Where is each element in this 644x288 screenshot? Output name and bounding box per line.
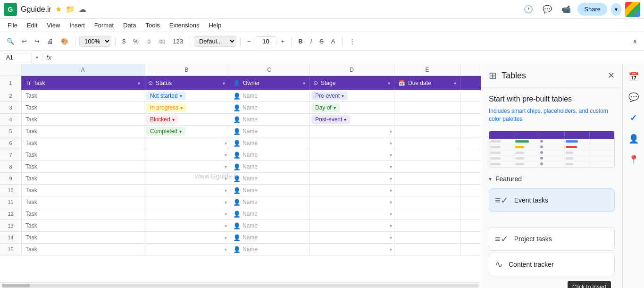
owner-cell-10[interactable]: 👤Name [229, 208, 309, 220]
stage-dropdown-caret-5[interactable]: ▾ [390, 152, 392, 158]
task-th-caret[interactable]: ▾ [138, 81, 140, 86]
menu-file[interactable]: File [4, 21, 21, 30]
col-header-e[interactable]: E [394, 64, 460, 76]
stage-dropdown-caret-7[interactable]: ▾ [390, 176, 392, 181]
status-dropdown-caret-11[interactable]: ▾ [225, 223, 227, 229]
status-dropdown-caret-6[interactable]: ▾ [225, 164, 227, 169]
table-row[interactable]: 6Task▾👤Name▾ [0, 137, 481, 149]
due-cell-8[interactable] [394, 185, 460, 196]
stage-cell-11[interactable]: ▾ [309, 220, 394, 231]
due-cell-11[interactable] [394, 220, 460, 231]
strikethrough-btn[interactable]: S [317, 36, 326, 47]
italic-btn[interactable]: I [308, 36, 315, 47]
due-cell-2[interactable] [394, 114, 460, 125]
font-size-input[interactable]: 10 [256, 36, 276, 46]
stage-cell-8[interactable]: ▾ [309, 185, 394, 196]
font-size-dec-btn[interactable]: − [244, 36, 254, 47]
status-cell-11[interactable]: ▾ [144, 220, 229, 231]
stage-dropdown-caret-6[interactable]: ▾ [390, 164, 392, 169]
owner-cell-1[interactable]: 👤Name [229, 102, 309, 113]
featured-item-event-tasks[interactable]: ≡✓ Event tasks [489, 188, 615, 212]
menu-tools[interactable]: Tools [142, 21, 163, 30]
sidebar-chat-icon[interactable]: 💬 [625, 89, 642, 106]
cloud-icon[interactable]: ☁ [79, 5, 86, 14]
sidebar-check-icon[interactable]: ✓ [625, 110, 642, 127]
status-cell-8[interactable]: ▾ [144, 185, 229, 196]
status-cell-6[interactable]: ▾ [144, 161, 229, 172]
menu-insert[interactable]: Insert [66, 21, 89, 30]
collapse-toolbar-btn[interactable]: ∧ [630, 36, 640, 47]
status-dropdown-caret-9[interactable]: ▾ [225, 200, 227, 205]
horizontal-scrollbar[interactable] [0, 282, 481, 288]
panel-close-button[interactable]: ✕ [608, 70, 615, 81]
stage-cell-5[interactable]: ▾ [309, 149, 394, 161]
task-cell-4[interactable]: Task [22, 137, 144, 149]
status-dropdown-caret-13[interactable]: ▾ [225, 247, 227, 252]
col-header-a[interactable]: A [22, 64, 144, 76]
task-cell-8[interactable]: Task [22, 185, 144, 196]
owner-cell-13[interactable]: 👤Name [229, 244, 309, 255]
owner-th-caret[interactable]: ▾ [303, 81, 305, 86]
format-number-btn[interactable]: 123 [170, 36, 186, 47]
task-cell-11[interactable]: Task [22, 220, 144, 231]
task-cell-1[interactable]: Task [22, 102, 144, 113]
scroll-thumb[interactable] [2, 284, 30, 288]
owner-cell-2[interactable]: 👤Name [229, 114, 309, 125]
table-row[interactable]: 12Task▾👤Name▾ [0, 208, 481, 220]
formula-caret-icon[interactable]: ▾ [36, 55, 38, 60]
menu-data[interactable]: Data [119, 21, 140, 30]
stage-cell-9[interactable]: ▾ [309, 196, 394, 208]
stage-dropdown-caret-10[interactable]: ▾ [390, 212, 392, 217]
task-cell-9[interactable]: Task [22, 196, 144, 208]
print-btn[interactable]: 🖨 [44, 36, 56, 47]
status-cell-0[interactable]: Not started ▾ [144, 90, 229, 102]
cell-reference-input[interactable]: A1 [4, 53, 32, 62]
table-row[interactable]: 7Task▾👤Name▾ [0, 149, 481, 161]
due-cell-10[interactable] [394, 208, 460, 220]
stage-cell-4[interactable]: ▾ [309, 137, 394, 149]
sidebar-location-icon[interactable]: 📍 [625, 151, 642, 168]
stage-dropdown-caret-11[interactable]: ▾ [390, 223, 392, 229]
owner-cell-12[interactable]: 👤Name [229, 232, 309, 243]
status-cell-10[interactable]: ▾ [144, 208, 229, 220]
due-cell-6[interactable] [394, 161, 460, 172]
table-row[interactable]: 8Task▾👤Name▾ [0, 161, 481, 173]
stage-cell-13[interactable]: ▾ [309, 244, 394, 255]
status-dropdown-caret-4[interactable]: ▾ [225, 141, 227, 146]
video-icon[interactable]: 📹 [559, 2, 574, 17]
scroll-track[interactable] [2, 284, 479, 288]
owner-cell-11[interactable]: 👤Name [229, 220, 309, 231]
owner-cell-3[interactable]: 👤Name [229, 126, 309, 137]
status-cell-7[interactable]: ▾ [144, 173, 229, 184]
zoom-select[interactable]: 100% [79, 36, 111, 47]
stage-cell-7[interactable]: ▾ [309, 173, 394, 184]
star-icon[interactable]: ★ [55, 5, 62, 14]
sidebar-person-icon[interactable]: 👤 [625, 130, 642, 147]
stage-cell-3[interactable]: ▾ [309, 126, 394, 137]
table-row[interactable]: 15Task▾👤Name▾ [0, 244, 481, 255]
status-dropdown-caret-12[interactable]: ▾ [225, 235, 227, 240]
task-cell-12[interactable]: Task [22, 232, 144, 243]
status-dropdown-caret-5[interactable]: ▾ [225, 152, 227, 158]
owner-cell-8[interactable]: 👤Name [229, 185, 309, 196]
paint-format-btn[interactable]: 🎨 [58, 36, 71, 47]
table-row[interactable]: 5TaskCompleted ▾👤Name▾ [0, 126, 481, 137]
owner-cell-6[interactable]: 👤Name [229, 161, 309, 172]
decimal-dec-btn[interactable]: .0 [143, 37, 153, 46]
comment-icon[interactable]: 💬 [540, 2, 555, 17]
task-cell-10[interactable]: Task [22, 208, 144, 220]
status-th-caret[interactable]: ▾ [223, 81, 225, 86]
bold-btn[interactable]: B [295, 36, 305, 47]
percent-btn[interactable]: % [130, 36, 142, 47]
redo-btn[interactable]: ↪ [32, 36, 42, 47]
stage-dropdown-caret-8[interactable]: ▾ [390, 188, 392, 193]
stage-th-caret[interactable]: ▾ [388, 81, 390, 86]
text-color-btn[interactable]: A [328, 36, 338, 47]
featured-item-content-tracker[interactable]: ∿ Content tracker [489, 253, 615, 276]
due-cell-13[interactable] [394, 244, 460, 255]
stage-dropdown-caret-3[interactable]: ▾ [390, 129, 392, 134]
task-cell-0[interactable]: Task [22, 90, 144, 102]
stage-dropdown-caret-9[interactable]: ▾ [390, 200, 392, 205]
status-cell-12[interactable]: ▾ [144, 232, 229, 243]
status-cell-9[interactable]: ▾ [144, 196, 229, 208]
